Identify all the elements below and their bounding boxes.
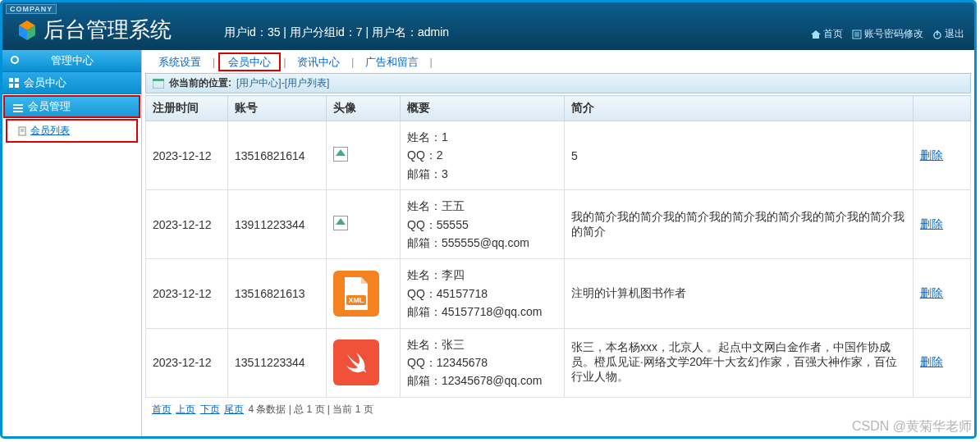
tab-members[interactable]: 会员中心 [218, 52, 281, 71]
cell-account: 13516821614 [228, 121, 327, 190]
svg-rect-11 [9, 84, 13, 88]
cell-summary: 姓名：李四QQ：45157718邮箱：45157718@qq.com [401, 259, 565, 328]
breadcrumb: 你当前的位置: [用户中心]-[用户列表] [145, 73, 971, 93]
delete-link[interactable]: 删除 [920, 148, 943, 162]
cell-summary: 姓名：张三QQ：12345678邮箱：12345678@qq.com [401, 328, 565, 397]
cell-intro: 我的简介我的简介我的简介我的简介我的简介我的简介我的简介我的简介 [565, 190, 914, 259]
home-icon [810, 29, 822, 40]
delete-link[interactable]: 删除 [920, 286, 943, 299]
cell-date: 2023-12-12 [146, 328, 228, 397]
cell-account: 13511223344 [228, 328, 327, 397]
cell-account: 13911223344 [228, 190, 327, 259]
col-regtime: 注册时间 [146, 96, 228, 121]
tab-ads[interactable]: 广告和留言 [357, 54, 427, 70]
broken-image-icon [333, 216, 348, 230]
pager-first[interactable]: 首页 [152, 403, 172, 415]
svg-text:XML: XML [349, 296, 365, 304]
sidebar-title: 管理中心 [2, 50, 141, 72]
logout-label: 退出 [945, 27, 964, 41]
doc-icon [17, 126, 27, 136]
svg-rect-12 [15, 84, 19, 88]
logout-link[interactable]: 退出 [928, 27, 968, 41]
password-label: 账号密码修改 [864, 27, 923, 41]
pager-last[interactable]: 尾页 [224, 403, 244, 415]
cell-action: 删除 [914, 328, 971, 397]
tab-sep: | [430, 56, 433, 68]
home-link[interactable]: 首页 [807, 27, 846, 41]
breadcrumb-label: 你当前的位置: [169, 76, 231, 90]
col-action [914, 96, 971, 121]
cell-avatar [327, 121, 401, 190]
tab-sep: | [283, 56, 286, 68]
cell-action: 删除 [914, 190, 971, 259]
sidebar-subhead-label: 会员管理 [28, 99, 71, 114]
tab-bar: 系统设置 | 会员中心 | 资讯中心 | 广告和留言 | [145, 52, 971, 73]
xml-file-icon: XML [333, 271, 379, 317]
svg-rect-10 [15, 78, 19, 82]
tab-news[interactable]: 资讯中心 [289, 54, 348, 70]
delete-link[interactable]: 删除 [920, 217, 943, 230]
cell-date: 2023-12-12 [146, 259, 228, 328]
list-icon [851, 29, 863, 40]
password-link[interactable]: 账号密码修改 [848, 27, 927, 41]
logo-icon [16, 19, 39, 42]
cell-intro: 注明的计算机图书作者 [565, 259, 914, 328]
cell-date: 2023-12-12 [146, 121, 228, 190]
pager-next[interactable]: 下页 [200, 403, 220, 415]
member-table: 注册时间 账号 头像 概要 简介 2023-12-1213516821614姓名… [145, 95, 971, 398]
cell-account: 13516821613 [228, 259, 327, 328]
swift-icon [333, 339, 379, 385]
circle-icon [11, 56, 19, 64]
cell-avatar [327, 328, 401, 397]
sidebar-subhead-member-mgmt[interactable]: 会员管理 [3, 95, 140, 118]
tab-sep: | [213, 56, 215, 68]
window-icon [153, 79, 164, 89]
svg-rect-9 [9, 78, 13, 82]
app-title: 后台管理系统 [44, 16, 172, 44]
bars-icon [13, 103, 23, 111]
table-row: 2023-12-1213511223344姓名：张三QQ：12345678邮箱：… [146, 328, 971, 397]
table-row: 2023-12-1213516821614姓名：1QQ：2邮箱：35删除 [146, 121, 971, 190]
header-actions: 首页 账号密码修改 退出 [807, 27, 968, 41]
company-badge: COMPANY [6, 4, 57, 14]
sidebar-item-link[interactable]: 会员列表 [30, 124, 70, 138]
cell-summary: 姓名：1QQ：2邮箱：3 [401, 121, 565, 190]
col-avatar: 头像 [327, 96, 401, 121]
cell-summary: 姓名：王五QQ：55555邮箱：555555@qq.com [401, 190, 565, 259]
delete-link[interactable]: 删除 [920, 355, 943, 368]
pager: 首页 上页 下页 尾页 4 条数据 | 总 1 页 | 当前 1 页 [145, 398, 971, 421]
tab-system[interactable]: 系统设置 [150, 54, 209, 70]
col-summary: 概要 [401, 96, 565, 121]
content: 系统设置 | 会员中心 | 资讯中心 | 广告和留言 | 你当前的位置: [用户… [142, 50, 974, 436]
cell-intro: 5 [565, 121, 914, 190]
power-icon [932, 29, 943, 40]
sidebar-item-member-list[interactable]: 会员列表 [6, 119, 138, 143]
col-account: 账号 [228, 96, 327, 121]
svg-rect-20 [153, 79, 164, 81]
cell-avatar [327, 190, 401, 259]
breadcrumb-path: [用户中心]-[用户列表] [236, 76, 329, 90]
user-info: 用户id：35 | 用户分组id：7 | 用户名：admin [224, 25, 449, 40]
sidebar-title-text: 管理中心 [51, 54, 94, 66]
cell-action: 删除 [914, 121, 971, 190]
table-row: 2023-12-1213911223344姓名：王五QQ：55555邮箱：555… [146, 190, 971, 259]
broken-image-icon [333, 147, 348, 162]
header: COMPANY 后台管理系统 用户id：35 | 用户分组id：7 | 用户名：… [2, 2, 974, 50]
pager-info: 4 条数据 | 总 1 页 | 当前 1 页 [248, 403, 373, 415]
sidebar-section-label: 会员中心 [24, 75, 66, 90]
home-label: 首页 [823, 27, 843, 41]
grid-icon [9, 78, 19, 88]
sidebar-section-members[interactable]: 会员中心 [2, 72, 141, 94]
cell-date: 2023-12-12 [146, 190, 228, 259]
table-row: 2023-12-1213516821613XML姓名：李四QQ：45157718… [146, 259, 971, 328]
cell-intro: 张三，本名杨xxx，北京人 。起点中文网白金作者，中国作协成员。橙瓜见证·网络文… [565, 328, 914, 397]
cell-avatar: XML [327, 259, 401, 328]
cell-action: 删除 [914, 259, 971, 328]
tab-sep: | [351, 56, 354, 68]
sidebar: 管理中心 会员中心 会员管理 会员列表 [2, 50, 142, 436]
col-intro: 简介 [565, 96, 914, 121]
pager-prev[interactable]: 上页 [176, 403, 195, 415]
